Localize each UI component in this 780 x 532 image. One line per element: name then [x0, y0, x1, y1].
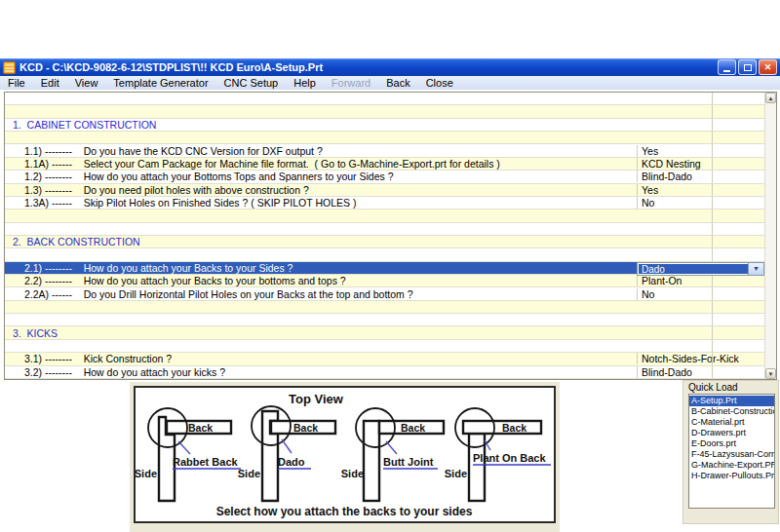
joints-diagram-svg: Top View Back Rabbet Back Side Back Dado — [136, 388, 554, 521]
menu-item[interactable]: Back — [378, 76, 417, 90]
menu-item[interactable]: Edit — [33, 76, 67, 90]
grid-row[interactable] — [5, 223, 764, 236]
back-label: Back — [502, 422, 526, 434]
quick-load-item[interactable]: E-Doors.prt — [689, 438, 774, 449]
quick-load-item[interactable]: H-Drawer-Pullouts.Prt — [689, 471, 774, 481]
quick-load-listbox[interactable]: A-Setup.Prt B-Cabinet-Construction.prt C… — [688, 394, 775, 509]
grid-row[interactable]: 2. BACK CONSTRUCTION — [5, 236, 764, 248]
grid-row[interactable] — [5, 132, 764, 144]
menu-item[interactable]: View — [67, 76, 106, 90]
question-cell: 3. KICKS — [5, 327, 637, 339]
question-cell: 1.2) -------- How do you attach your Bot… — [5, 171, 637, 182]
question-cell: 3.2) -------- How do you attach your kic… — [5, 366, 637, 378]
diagram-panel: Top View Back Rabbet Back Side Back Dado — [130, 382, 560, 532]
diagram-caption: Select how you attach the backs to your … — [216, 505, 473, 518]
row-filler — [712, 287, 764, 299]
joint-label: Butt Joint — [383, 456, 434, 468]
quick-load-item[interactable]: F-45-Lazysusan-Corners.prt — [689, 449, 774, 460]
question-cell: 1. CABINET CONSTRUCTION — [5, 119, 637, 131]
vertical-scrollbar[interactable]: ▲ ▼ — [764, 93, 776, 379]
scroll-up-button[interactable]: ▲ — [765, 93, 776, 103]
question-cell: 1.3A) ------ Skip Pilot Holes on Finishe… — [5, 197, 637, 209]
close-icon: ✕ — [764, 63, 772, 72]
row-filler — [712, 144, 764, 156]
grid-row[interactable]: 1.3A) ------ Skip Pilot Holes on Finishe… — [5, 197, 764, 209]
answer-cell: Yes — [637, 184, 712, 196]
close-button[interactable]: ✕ — [759, 59, 777, 75]
row-filler — [712, 366, 764, 378]
setup-question-grid: 1. CABINET CONSTRUCTION 1.1) -------- Do… — [4, 92, 777, 380]
grid-row[interactable]: 2.2) -------- How do you attach your Bac… — [5, 275, 764, 287]
top-view-diagram: Top View Back Rabbet Back Side Back Dado — [134, 386, 556, 523]
answer-combobox[interactable]: Dado ▼ — [637, 262, 764, 276]
grid-row[interactable]: 1. CABINET CONSTRUCTION — [5, 119, 764, 132]
restore-button[interactable] — [738, 59, 757, 75]
side-label: Side — [238, 468, 260, 479]
question-cell: 2.2A) ------ Do you Drill Horizontal Pil… — [5, 288, 637, 300]
joint-plant-on-back: Back Plant On Back Side — [445, 408, 551, 501]
row-filler — [712, 223, 764, 235]
question-cell: 2.1) -------- How do you attach your Bac… — [5, 262, 637, 274]
quick-load-item[interactable]: G-Machine-Export.PRT — [689, 460, 774, 471]
grid-rows: 1. CABINET CONSTRUCTION 1.1) -------- Do… — [5, 93, 764, 379]
question-cell: 1.3) -------- Do you need pilot holes wi… — [5, 184, 637, 196]
grid-row[interactable] — [5, 314, 764, 326]
quick-load-item[interactable]: A-Setup.Prt — [689, 396, 774, 406]
side-label: Side — [136, 468, 157, 479]
joint-label: Rabbet Back — [173, 456, 239, 468]
grid-row[interactable] — [5, 340, 764, 353]
grid-row[interactable]: 1.1) -------- Do you have the KCD CNC Ve… — [5, 144, 764, 157]
quick-load-item[interactable]: B-Cabinet-Construction.prt — [689, 406, 774, 417]
grid-row[interactable] — [5, 93, 764, 105]
menubar: File Edit View Template Generator CNC Se… — [0, 76, 780, 90]
row-filler — [712, 197, 764, 209]
diagram-title: Top View — [289, 392, 344, 406]
grid-row[interactable] — [5, 209, 764, 222]
grid-row[interactable]: 1.1A) ------ Select your Cam Package for… — [5, 158, 764, 171]
back-label: Back — [401, 422, 425, 434]
arrow-down-icon: ▼ — [768, 371, 774, 377]
grid-row[interactable]: 2.2A) ------ Do you Drill Horizontal Pil… — [5, 287, 764, 300]
row-filler — [712, 326, 764, 338]
joint-dado: Back Dado Side — [238, 406, 335, 501]
side-label: Side — [445, 468, 467, 479]
back-label: Back — [188, 422, 213, 434]
scroll-down-button[interactable]: ▼ — [765, 368, 776, 379]
row-filler — [712, 158, 764, 170]
menu-item[interactable]: Template Generator — [105, 76, 215, 90]
question-cell: 3.1) -------- Kick Construction ? — [5, 353, 637, 364]
grid-row[interactable]: 3. KICKS — [5, 326, 764, 339]
row-filler — [712, 105, 764, 117]
row-filler — [712, 209, 764, 221]
grid-row[interactable]: 1.3) -------- Do you need pilot holes wi… — [5, 184, 764, 197]
menu-item[interactable]: Forward — [324, 76, 378, 90]
row-filler — [712, 314, 764, 325]
row-filler — [712, 119, 764, 131]
side-label: Side — [341, 468, 364, 479]
menu-item[interactable]: File — [0, 76, 33, 90]
quick-load-item[interactable]: C-Material.prt — [689, 417, 774, 428]
grid-row[interactable] — [5, 301, 764, 314]
answer-cell: Yes — [637, 145, 712, 157]
menu-item[interactable]: CNC Setup — [216, 76, 287, 90]
grid-row[interactable]: 3.1) -------- Kick Construction ? Notch-… — [5, 353, 764, 365]
question-cell: 2. BACK CONSTRUCTION — [5, 236, 637, 247]
menu-item[interactable]: Close — [418, 76, 461, 90]
grid-row[interactable] — [5, 105, 764, 118]
grid-row[interactable]: 3.2) -------- How do you attach your kic… — [5, 366, 764, 379]
grid-row[interactable]: 1.2) -------- How do you attach your Bot… — [5, 171, 764, 183]
row-filler — [712, 236, 764, 247]
back-label: Back — [293, 422, 318, 434]
menu-item[interactable]: Help — [286, 76, 324, 90]
app-icon — [3, 61, 16, 74]
minimize-button[interactable] — [718, 59, 736, 75]
quick-load-item[interactable]: D-Drawers.prt — [689, 428, 774, 438]
grid-row[interactable] — [5, 248, 764, 261]
question-cell: 1.1) -------- Do you have the KCD CNC Ve… — [5, 145, 637, 157]
joint-butt-joint: Back Butt Joint Side — [341, 408, 444, 501]
combobox-dropdown-button[interactable]: ▼ — [748, 263, 763, 275]
combobox-value: Dado — [639, 264, 748, 274]
question-cell: 1.1A) ------ Select your Cam Package for… — [5, 158, 637, 170]
answer-cell: Plant-On — [637, 275, 712, 286]
row-filler — [712, 171, 764, 182]
